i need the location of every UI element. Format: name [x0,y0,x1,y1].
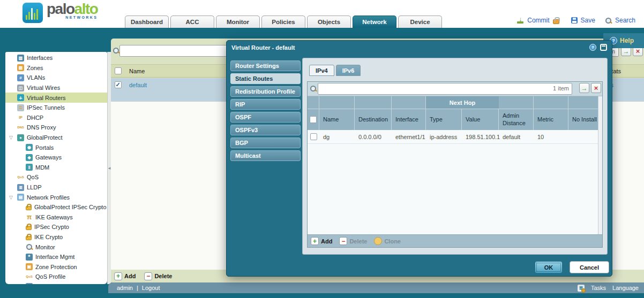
column-header-interface[interactable]: Interface [392,109,426,130]
expander-icon[interactable]: ▽ [9,195,14,200]
virtual-wires-icon [17,85,24,91]
route-name[interactable]: dg [319,134,355,140]
tab-acc[interactable]: ACC [170,16,214,28]
dialog-table-toolbar: +Add −Delete Clone [308,234,602,247]
column-header-name[interactable]: Name [319,109,355,130]
qos-profile-icon [26,273,33,280]
sidebar-item-qos[interactable]: QoS [5,172,107,182]
tab-redistribution-profile[interactable]: Redistribution Profile [230,86,301,97]
vlans-icon [17,74,24,81]
sidebar-item-portals[interactable]: Portals [5,142,107,152]
sidebar-item-virtual-wires[interactable]: Virtual Wires [5,83,107,93]
column-header-admin-distance[interactable]: Admin Distance [499,109,534,130]
sidebar-item-virtual-routers[interactable]: Virtual Routers [5,93,107,103]
sidebar-item-ike-gateways[interactable]: IKE Gateways [5,212,107,223]
commit-link[interactable]: Commit [527,17,549,24]
language-link[interactable]: Language [612,285,639,291]
router-name-link[interactable]: default [129,82,147,88]
routes-item-count: 1 item [553,85,569,91]
tab-multicast[interactable]: Multicast [230,150,301,161]
column-header-metric[interactable]: Metric [534,109,568,130]
tasks-link[interactable]: Tasks [591,285,606,291]
lock-icon [26,236,32,240]
next-hop-group-header: Next Hop [426,96,499,109]
routes-filter-input[interactable] [318,83,572,95]
tab-ospf[interactable]: OSPF [230,112,301,123]
add-button[interactable]: +Add [114,272,136,280]
sidebar-item-network-profiles[interactable]: ▽Network Profiles [5,192,107,202]
delete-route-button[interactable]: −Delete [339,237,367,245]
sidebar-item-interfaces[interactable]: Interfaces [5,53,107,63]
clone-route-button[interactable]: Clone [374,237,401,245]
sidebar-item-ipsec-crypto[interactable]: IPSec Crypto [5,222,107,232]
column-header-no-install[interactable]: No Install [568,109,602,130]
sidebar-item-globalprotect[interactable]: ▽GlobalProtect [5,133,107,143]
sidebar-item-monitor[interactable]: Monitor [5,242,107,252]
tab-monitor[interactable]: Monitor [216,16,260,28]
commit-icon [517,17,524,24]
tab-device[interactable]: Device [398,16,442,28]
minus-icon: − [144,272,152,280]
row-checkbox[interactable] [115,81,122,88]
cancel-button[interactable]: Cancel [570,261,609,273]
tab-ipv4[interactable]: IPv4 [309,65,334,76]
sidebar-item-gateways[interactable]: Gateways [5,152,107,163]
sidebar-item-lldp-profile[interactable]: LLDP Profile [5,282,107,284]
tab-bgp[interactable]: BGP [230,137,301,148]
tab-static-routes[interactable]: Static Routes [230,73,301,84]
ip-version-tabs: IPv4 IPv6 [309,65,361,76]
add-route-button[interactable]: +Add [311,237,332,245]
tab-ipv6[interactable]: IPv6 [336,65,361,76]
paloalto-logo[interactable]: paloalto NETWORKS [23,3,98,23]
static-route-row[interactable]: dg 0.0.0.0/0 ethernet1/1 ip-address 198.… [308,130,602,144]
qos-icon [17,174,24,181]
save-link[interactable]: Save [581,17,595,24]
ok-button[interactable]: OK [535,261,563,273]
column-header-type[interactable]: Type [426,109,462,130]
clear-filter-button[interactable]: × [591,83,601,93]
virtual-router-dialog: Virtual Router - default ? Router Settin… [226,40,612,277]
sidebar-item-dhcp[interactable]: DHCP [5,113,107,123]
tab-rip[interactable]: RIP [230,99,301,110]
lock-icon[interactable] [553,19,559,24]
status-bar: admin | Logout ≣ Tasks Language [108,282,644,293]
sidebar-item-qos-profile[interactable]: QoS Profile [5,272,107,282]
delete-button[interactable]: −Delete [144,272,172,280]
sidebar-item-lldp[interactable]: LLDP [5,182,107,193]
tab-policies[interactable]: Policies [261,16,305,28]
sidebar-item-zones[interactable]: Zones [5,63,107,73]
paloalto-logo-text: paloalto NETWORKS [47,3,98,19]
row-checkbox[interactable] [310,133,317,140]
tab-objects[interactable]: Objects [307,16,351,28]
select-all-checkbox[interactable] [310,116,317,123]
tab-router-settings[interactable]: Router Settings [230,60,301,71]
sidebar-item-dns-proxy[interactable]: DNS Proxy [5,123,107,133]
sidebar-item-ipsec-tunnels[interactable]: IPSec Tunnels [5,103,107,113]
tab-network[interactable]: Network [353,16,396,28]
sidebar-item-interface-mgmt[interactable]: Interface Mgmt [5,252,107,262]
route-nexthop-value: 198.51.100.1 [462,134,499,140]
search-link[interactable]: Search [615,17,635,24]
table-scrollbar[interactable] [598,96,602,234]
clone-icon [374,237,382,245]
static-routes-table: 1 item → × Next Hop Name Destination Int… [307,81,603,248]
sidebar-splitter[interactable]: ◄ [107,52,111,284]
sidebar-item-ike-crypto[interactable]: IKE Crypto [5,232,107,242]
logout-link[interactable]: Logout [142,285,160,291]
help-link[interactable]: Help [620,37,634,44]
sidebar-item-globalprotect-ipsec-crypto[interactable]: GlobalProtect IPSec Crypto [5,202,107,212]
apply-filter-button[interactable]: → [579,83,589,93]
column-header-name[interactable]: Name [125,68,235,74]
column-header-value[interactable]: Value [462,109,499,130]
sidebar-item-zone-protection[interactable]: Zone Protection [5,262,107,272]
dialog-minimize-icon[interactable] [600,44,607,51]
sidebar-item-mdm[interactable]: MDM [5,163,107,173]
expander-icon[interactable]: ▽ [9,135,14,140]
tab-ospfv3[interactable]: OSPFv3 [230,125,301,135]
sidebar-item-vlans[interactable]: VLANs [5,73,107,83]
dialog-titlebar[interactable]: Virtual Router - default ? [227,41,612,54]
tab-dashboard[interactable]: Dashboard [125,16,169,28]
select-all-checkbox[interactable] [115,67,122,74]
dialog-help-icon[interactable]: ? [589,44,596,51]
column-header-destination[interactable]: Destination [355,109,392,130]
